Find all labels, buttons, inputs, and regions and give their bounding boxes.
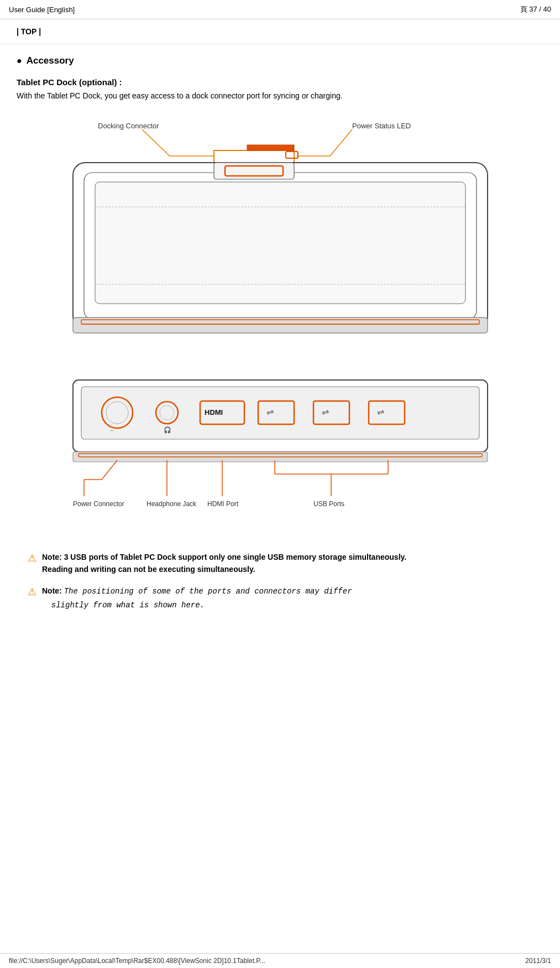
svg-rect-11 (95, 182, 465, 304)
svg-text:⇌: ⇌ (377, 407, 384, 417)
power-status-led-label: Power Status LED (352, 122, 411, 130)
svg-line-2 (330, 129, 352, 156)
footer-right: 2011/3/1 (525, 957, 551, 965)
svg-rect-4 (214, 150, 294, 163)
footer-left: file://C:\Users\Suger\AppData\Local\Temp… (9, 957, 265, 965)
dock-diagram-bottom: HDMI ⇌ ⇌ ⇌ ⎓ 🎧 (43, 363, 518, 542)
svg-rect-5 (247, 145, 294, 150)
header-right: 頁 37 / 40 (520, 4, 551, 14)
svg-text:Headphone Jack: Headphone Jack (146, 500, 197, 508)
description-text: With the Tablet PC Dock, you get easy ac… (17, 90, 543, 102)
svg-rect-18 (81, 387, 479, 439)
top-link[interactable]: TOP (21, 27, 37, 36)
note-2: ⚠ Note: The positioning of some of the p… (28, 585, 532, 612)
note-2-text: The positioning of some of the ports and… (42, 587, 352, 610)
svg-text:⎓: ⎓ (110, 427, 113, 433)
svg-text:Power Connector: Power Connector (73, 500, 124, 508)
svg-text:HDMI: HDMI (205, 408, 223, 417)
svg-line-0 (142, 129, 170, 156)
main-content: ● Accessory Tablet PC Dock (optional) : … (0, 44, 560, 632)
svg-text:🎧: 🎧 (164, 426, 171, 434)
svg-rect-8 (214, 163, 294, 179)
note-1-label: Note: (42, 553, 62, 561)
svg-text:⇌: ⇌ (266, 407, 274, 417)
page-header: User Guide [English] 頁 37 / 40 (0, 0, 560, 19)
svg-text:HDMI Port: HDMI Port (207, 500, 239, 508)
section-bullet: ● (17, 56, 22, 66)
note-1-text: 3 USB ports of Tablet PC Dock support on… (42, 553, 406, 574)
svg-rect-10 (286, 152, 298, 158)
section-title-area: ● Accessory (17, 55, 543, 66)
dock-diagram-top: Docking Connector Power Status LED (43, 113, 518, 358)
warning-icon-2: ⚠ (28, 586, 36, 598)
docking-connector-label: Docking Connector (98, 122, 159, 130)
svg-text:⇌: ⇌ (322, 407, 329, 417)
warning-icon-1: ⚠ (28, 552, 36, 564)
page-footer: file://C:\Users\Suger\AppData\Local\Temp… (0, 953, 560, 968)
note-2-label: Note: (42, 586, 62, 595)
note-1: ⚠ Note: 3 USB ports of Tablet PC Dock su… (28, 551, 532, 576)
sub-heading: Tablet PC Dock (optional) : (17, 77, 543, 87)
svg-text:USB Ports: USB Ports (313, 500, 344, 508)
top-nav: | TOP | (0, 19, 560, 44)
section-heading: Accessory (27, 55, 74, 66)
svg-line-35 (102, 460, 117, 480)
header-left: User Guide [English] (9, 6, 75, 14)
